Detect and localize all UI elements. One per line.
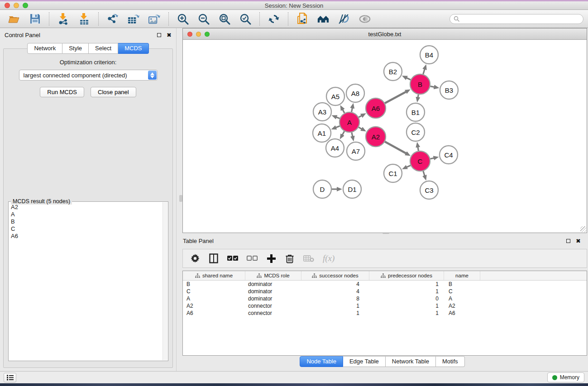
- tab-select[interactable]: Select: [89, 43, 118, 54]
- node-A1[interactable]: A1: [313, 124, 331, 142]
- zoom-window-button[interactable]: [23, 3, 28, 8]
- node-C2[interactable]: C2: [406, 123, 425, 141]
- tab-network[interactable]: Network: [27, 43, 62, 54]
- minimize-network-button[interactable]: [196, 32, 201, 37]
- close-panel-button[interactable]: Close panel: [91, 87, 136, 97]
- result-list-item[interactable]: A2: [11, 204, 162, 211]
- deselect-all-icon[interactable]: [247, 253, 258, 264]
- table-row[interactable]: Adominator80A: [183, 295, 587, 302]
- add-row-icon[interactable]: [266, 253, 276, 264]
- delete-row-icon[interactable]: [285, 253, 295, 264]
- close-network-button[interactable]: [187, 32, 192, 37]
- node-C1[interactable]: C1: [384, 164, 402, 182]
- float-panel-icon[interactable]: [157, 33, 161, 37]
- node-D[interactable]: D: [313, 180, 331, 198]
- tab-edge-table[interactable]: Edge Table: [343, 356, 386, 367]
- svg-text:A4: A4: [331, 144, 339, 152]
- table-row[interactable]: Bdominator41B: [183, 281, 587, 288]
- zoom-selected-icon[interactable]: [239, 13, 251, 25]
- node-B2[interactable]: B2: [384, 62, 402, 81]
- refresh-view-icon[interactable]: [268, 13, 280, 25]
- node-D1[interactable]: D1: [343, 180, 361, 198]
- node-A4[interactable]: A4: [326, 139, 344, 157]
- tab-node-table[interactable]: Node Table: [300, 356, 343, 367]
- export-table-icon[interactable]: [128, 13, 139, 25]
- result-scrollbar[interactable]: [163, 202, 167, 360]
- show-hide-eye-icon[interactable]: [359, 13, 371, 25]
- export-image-icon[interactable]: [148, 13, 160, 25]
- criterion-select[interactable]: largest connected component (directed): [19, 70, 158, 81]
- function-builder-icon[interactable]: f(x): [323, 253, 335, 264]
- zoom-out-icon[interactable]: [198, 13, 210, 25]
- run-mcds-button[interactable]: Run MCDS: [40, 87, 84, 97]
- import-network-icon[interactable]: [57, 13, 69, 25]
- node-A[interactable]: A: [339, 112, 359, 132]
- node-A7[interactable]: A7: [347, 142, 365, 160]
- tab-motifs[interactable]: Motifs: [436, 356, 465, 367]
- column-header-predecessor-nodes[interactable]: predecessor nodes: [369, 271, 444, 280]
- first-neighbors-icon[interactable]: [317, 13, 329, 25]
- node-A5[interactable]: A5: [326, 87, 344, 105]
- result-list-item[interactable]: A6: [11, 233, 162, 240]
- delete-table-icon[interactable]: [303, 253, 314, 264]
- table-cell: 1: [369, 288, 444, 295]
- column-header-name[interactable]: name: [444, 271, 480, 280]
- export-network-icon[interactable]: [107, 13, 119, 25]
- column-header-successor-nodes[interactable]: successor nodes: [301, 271, 369, 280]
- annotation-pen-icon[interactable]: [338, 13, 350, 25]
- zoom-network-button[interactable]: [205, 32, 210, 37]
- node-B1[interactable]: B1: [406, 103, 425, 121]
- node-A8[interactable]: A8: [346, 84, 364, 102]
- app-titlebar[interactable]: Session: New Session: [0, 1, 588, 10]
- memory-label: Memory: [560, 374, 579, 381]
- node-A2[interactable]: A2: [366, 127, 386, 147]
- toolbar-separator: [49, 12, 49, 26]
- node-A6[interactable]: A6: [366, 98, 386, 118]
- select-all-icon[interactable]: [227, 253, 238, 264]
- network-window-titlebar[interactable]: testGlobe.txt: [183, 29, 587, 40]
- node-B3[interactable]: B3: [440, 81, 458, 99]
- result-list-item[interactable]: B: [11, 218, 162, 225]
- table-settings-icon[interactable]: [190, 253, 200, 264]
- table-row[interactable]: A6connector11A6: [183, 310, 587, 317]
- node-C[interactable]: C: [410, 151, 430, 171]
- close-window-button[interactable]: [5, 3, 10, 8]
- task-history-button[interactable]: [4, 373, 16, 382]
- node-B[interactable]: B: [410, 74, 430, 94]
- desktop-vscroll-thumb[interactable]: [179, 195, 182, 202]
- node-B4[interactable]: B4: [420, 46, 438, 64]
- network-canvas[interactable]: B4B2BB3A8A5A6A3B1AC2A1A2A4A7C4CC1DD1C3: [183, 40, 587, 233]
- node-C3[interactable]: C3: [420, 181, 438, 199]
- node-table[interactable]: shared nameMCDS rolesuccessor nodesprede…: [182, 271, 587, 356]
- edge-B-B4: [423, 69, 425, 74]
- window-resize-grip[interactable]: [580, 226, 586, 232]
- tab-mcds[interactable]: MCDS: [118, 43, 148, 54]
- show-column-icon[interactable]: [209, 253, 219, 264]
- search-field[interactable]: [449, 14, 583, 24]
- table-row[interactable]: A2connector11A2: [183, 302, 587, 310]
- close-panel-icon[interactable]: ✖: [167, 33, 172, 37]
- import-table-icon[interactable]: [78, 13, 90, 25]
- zoom-fit-icon[interactable]: [219, 13, 230, 25]
- save-session-icon[interactable]: [29, 13, 41, 25]
- column-header-shared-name[interactable]: shared name: [183, 271, 245, 280]
- result-list-item[interactable]: C: [11, 225, 162, 233]
- open-session-icon[interactable]: [8, 13, 20, 25]
- control-panel: Control Panel ✖ NetworkStyleSelectMCDS O…: [0, 28, 177, 371]
- float-table-panel-icon[interactable]: [566, 239, 570, 243]
- tab-network-table[interactable]: Network Table: [386, 356, 436, 367]
- zoom-in-icon[interactable]: [177, 13, 189, 25]
- tab-style[interactable]: Style: [62, 43, 89, 54]
- table-row[interactable]: Cdominator41C: [183, 288, 587, 295]
- node-A3[interactable]: A3: [313, 103, 331, 121]
- search-input[interactable]: [460, 16, 579, 22]
- result-list-item[interactable]: A: [11, 211, 162, 218]
- memory-button[interactable]: Memory: [547, 372, 584, 382]
- minimize-window-button[interactable]: [14, 3, 19, 8]
- column-header-mcds-role[interactable]: MCDS role: [245, 271, 301, 280]
- svg-text:C: C: [418, 157, 423, 165]
- close-table-panel-icon[interactable]: ✖: [576, 239, 581, 243]
- node-C4[interactable]: C4: [440, 146, 458, 164]
- new-network-icon[interactable]: [296, 13, 308, 25]
- mcds-result-list[interactable]: A2ABCA6: [11, 204, 162, 360]
